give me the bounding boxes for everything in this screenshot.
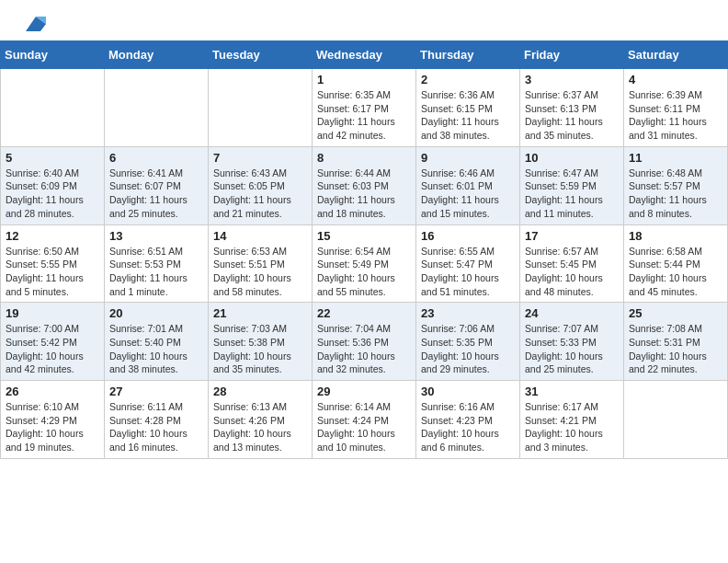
- calendar-cell: 18Sunrise: 6:58 AMSunset: 5:44 PMDayligh…: [624, 224, 728, 303]
- day-number: 1: [317, 73, 411, 86]
- day-number: 19: [6, 306, 99, 320]
- day-info: Sunrise: 6:11 AMSunset: 4:28 PMDaylight:…: [109, 401, 188, 453]
- day-info: Sunrise: 6:39 AMSunset: 6:11 PMDaylight:…: [629, 89, 707, 141]
- calendar-cell: 10Sunrise: 6:47 AMSunset: 5:59 PMDayligh…: [520, 146, 624, 224]
- day-number: 18: [629, 229, 722, 243]
- calendar-week-row: 1Sunrise: 6:35 AMSunset: 6:17 PMDaylight…: [1, 69, 728, 147]
- day-info: Sunrise: 6:16 AMSunset: 4:23 PMDaylight:…: [421, 401, 499, 453]
- day-info: Sunrise: 7:01 AMSunset: 5:40 PMDaylight:…: [109, 323, 188, 374]
- calendar-cell: 11Sunrise: 6:48 AMSunset: 5:57 PMDayligh…: [624, 146, 728, 224]
- day-info: Sunrise: 7:08 AMSunset: 5:31 PMDaylight:…: [629, 323, 707, 374]
- day-number: 15: [317, 229, 411, 243]
- header-saturday: Saturday: [624, 41, 728, 69]
- logo-icon: [24, 15, 48, 35]
- day-info: Sunrise: 6:54 AMSunset: 5:49 PMDaylight:…: [317, 246, 395, 297]
- day-number: 3: [525, 73, 619, 86]
- calendar-cell: 8Sunrise: 6:44 AMSunset: 6:03 PMDaylight…: [313, 146, 416, 224]
- calendar-cell: 3Sunrise: 6:37 AMSunset: 6:13 PMDaylight…: [520, 69, 624, 147]
- calendar-cell: 13Sunrise: 6:51 AMSunset: 5:53 PMDayligh…: [105, 224, 209, 303]
- day-number: 14: [213, 229, 307, 243]
- calendar-cell: 22Sunrise: 7:04 AMSunset: 5:36 PMDayligh…: [313, 303, 416, 381]
- calendar-header-row: SundayMondayTuesdayWednesdayThursdayFrid…: [1, 41, 728, 69]
- calendar-cell: 27Sunrise: 6:11 AMSunset: 4:28 PMDayligh…: [105, 381, 209, 459]
- day-info: Sunrise: 6:55 AMSunset: 5:47 PMDaylight:…: [421, 246, 499, 297]
- day-number: 16: [421, 229, 515, 243]
- day-number: 17: [525, 229, 619, 243]
- day-info: Sunrise: 6:41 AMSunset: 6:07 PMDaylight:…: [109, 167, 188, 219]
- calendar-cell: 16Sunrise: 6:55 AMSunset: 5:47 PMDayligh…: [416, 224, 520, 303]
- calendar-cell: 6Sunrise: 6:41 AMSunset: 6:07 PMDaylight…: [105, 146, 209, 224]
- calendar-cell: 19Sunrise: 7:00 AMSunset: 5:42 PMDayligh…: [1, 303, 105, 381]
- calendar-cell: [209, 69, 313, 147]
- day-info: Sunrise: 6:36 AMSunset: 6:15 PMDaylight:…: [421, 89, 499, 141]
- day-info: Sunrise: 6:10 AMSunset: 4:29 PMDaylight:…: [6, 401, 84, 453]
- day-number: 20: [109, 306, 203, 320]
- calendar-cell: 28Sunrise: 6:13 AMSunset: 4:26 PMDayligh…: [209, 381, 313, 459]
- day-info: Sunrise: 6:47 AMSunset: 5:59 PMDaylight:…: [525, 167, 603, 219]
- day-number: 4: [629, 73, 722, 86]
- header-friday: Friday: [520, 41, 624, 69]
- day-number: 12: [6, 229, 99, 243]
- day-info: Sunrise: 7:03 AMSunset: 5:38 PMDaylight:…: [213, 323, 291, 374]
- calendar-week-row: 19Sunrise: 7:00 AMSunset: 5:42 PMDayligh…: [1, 303, 728, 381]
- day-number: 6: [109, 151, 203, 165]
- calendar-cell: 29Sunrise: 6:14 AMSunset: 4:24 PMDayligh…: [313, 381, 416, 459]
- calendar-cell: 12Sunrise: 6:50 AMSunset: 5:55 PMDayligh…: [1, 224, 105, 303]
- day-info: Sunrise: 7:06 AMSunset: 5:35 PMDaylight:…: [421, 323, 499, 374]
- day-number: 28: [213, 385, 307, 398]
- day-info: Sunrise: 7:00 AMSunset: 5:42 PMDaylight:…: [6, 323, 84, 374]
- header-tuesday: Tuesday: [209, 41, 313, 69]
- calendar-cell: 26Sunrise: 6:10 AMSunset: 4:29 PMDayligh…: [1, 381, 105, 459]
- day-info: Sunrise: 6:17 AMSunset: 4:21 PMDaylight:…: [525, 401, 603, 453]
- header-thursday: Thursday: [416, 41, 520, 69]
- day-number: 11: [629, 151, 722, 165]
- calendar-cell: 1Sunrise: 6:35 AMSunset: 6:17 PMDaylight…: [313, 69, 416, 147]
- day-number: 2: [421, 73, 515, 86]
- day-info: Sunrise: 6:43 AMSunset: 6:05 PMDaylight:…: [213, 167, 291, 219]
- logo: [22, 17, 48, 31]
- day-number: 31: [525, 385, 619, 398]
- day-info: Sunrise: 7:07 AMSunset: 5:33 PMDaylight:…: [525, 323, 603, 374]
- day-number: 8: [317, 151, 411, 165]
- calendar-cell: 23Sunrise: 7:06 AMSunset: 5:35 PMDayligh…: [416, 303, 520, 381]
- day-number: 30: [421, 385, 515, 398]
- calendar-cell: 14Sunrise: 6:53 AMSunset: 5:51 PMDayligh…: [209, 224, 313, 303]
- calendar-cell: 31Sunrise: 6:17 AMSunset: 4:21 PMDayligh…: [520, 381, 624, 459]
- calendar-cell: [624, 381, 728, 459]
- day-info: Sunrise: 6:50 AMSunset: 5:55 PMDaylight:…: [6, 246, 84, 297]
- calendar-table: SundayMondayTuesdayWednesdayThursdayFrid…: [0, 40, 728, 459]
- day-info: Sunrise: 6:40 AMSunset: 6:09 PMDaylight:…: [6, 167, 84, 219]
- calendar-cell: 4Sunrise: 6:39 AMSunset: 6:11 PMDaylight…: [624, 69, 728, 147]
- day-info: Sunrise: 6:57 AMSunset: 5:45 PMDaylight:…: [525, 246, 603, 297]
- day-number: 22: [317, 306, 411, 320]
- day-number: 10: [525, 151, 619, 165]
- day-info: Sunrise: 7:04 AMSunset: 5:36 PMDaylight:…: [317, 323, 395, 374]
- day-number: 21: [213, 306, 307, 320]
- calendar-cell: [1, 69, 105, 147]
- calendar-week-row: 12Sunrise: 6:50 AMSunset: 5:55 PMDayligh…: [1, 224, 728, 303]
- calendar-cell: 5Sunrise: 6:40 AMSunset: 6:09 PMDaylight…: [1, 146, 105, 224]
- day-info: Sunrise: 6:58 AMSunset: 5:44 PMDaylight:…: [629, 246, 707, 297]
- day-info: Sunrise: 6:14 AMSunset: 4:24 PMDaylight:…: [317, 401, 395, 453]
- day-number: 24: [525, 306, 619, 320]
- day-info: Sunrise: 6:37 AMSunset: 6:13 PMDaylight:…: [525, 89, 603, 141]
- day-number: 5: [6, 151, 99, 165]
- day-number: 26: [6, 385, 99, 398]
- day-info: Sunrise: 6:13 AMSunset: 4:26 PMDaylight:…: [213, 401, 291, 453]
- day-info: Sunrise: 6:48 AMSunset: 5:57 PMDaylight:…: [629, 167, 707, 219]
- day-number: 25: [629, 306, 722, 320]
- day-number: 29: [317, 385, 411, 398]
- day-info: Sunrise: 6:51 AMSunset: 5:53 PMDaylight:…: [109, 246, 188, 297]
- calendar-cell: 15Sunrise: 6:54 AMSunset: 5:49 PMDayligh…: [313, 224, 416, 303]
- calendar-cell: 17Sunrise: 6:57 AMSunset: 5:45 PMDayligh…: [520, 224, 624, 303]
- header-monday: Monday: [105, 41, 209, 69]
- day-number: 23: [421, 306, 515, 320]
- calendar-cell: [105, 69, 209, 147]
- calendar-cell: 2Sunrise: 6:36 AMSunset: 6:15 PMDaylight…: [416, 69, 520, 147]
- day-info: Sunrise: 6:53 AMSunset: 5:51 PMDaylight:…: [213, 246, 291, 297]
- calendar-cell: 7Sunrise: 6:43 AMSunset: 6:05 PMDaylight…: [209, 146, 313, 224]
- calendar-week-row: 5Sunrise: 6:40 AMSunset: 6:09 PMDaylight…: [1, 146, 728, 224]
- day-info: Sunrise: 6:44 AMSunset: 6:03 PMDaylight:…: [317, 167, 395, 219]
- calendar-cell: 21Sunrise: 7:03 AMSunset: 5:38 PMDayligh…: [209, 303, 313, 381]
- calendar-cell: 9Sunrise: 6:46 AMSunset: 6:01 PMDaylight…: [416, 146, 520, 224]
